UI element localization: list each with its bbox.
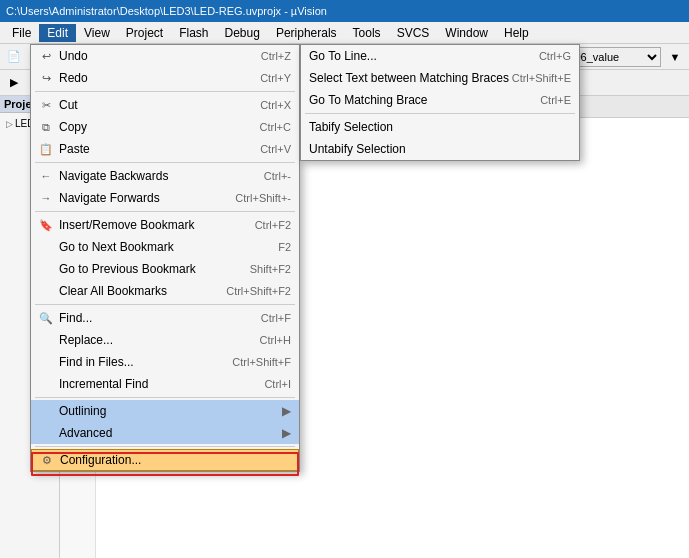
menu-tools[interactable]: Tools xyxy=(345,24,389,42)
menu-peripherals[interactable]: Peripherals xyxy=(268,24,345,42)
target-label: Target: xyxy=(503,51,537,63)
menu-project[interactable]: Project xyxy=(118,24,171,42)
cut-btn[interactable]: ✂ xyxy=(79,47,99,67)
debug-btn[interactable]: 🐛 xyxy=(260,47,280,67)
project-tree: ▷ LED3 xyxy=(0,113,59,134)
left-panel: Project ▷ LED3 xyxy=(0,96,60,558)
tb2-btn1[interactable]: ▶ xyxy=(4,73,24,93)
menu-edit[interactable]: Edit xyxy=(39,24,76,42)
target-select[interactable]: ad7606_value xyxy=(541,47,661,67)
menu-file[interactable]: File xyxy=(4,24,39,42)
tab-gpio-h-close[interactable]: ✕ xyxy=(168,105,176,115)
undo-btn[interactable]: ↩ xyxy=(154,47,174,67)
menu-svcs[interactable]: SVCS xyxy=(389,24,438,42)
open-btn[interactable]: 📂 xyxy=(26,47,46,67)
menu-bar: File Edit View Project Flash Debug Perip… xyxy=(0,22,689,44)
menu-debug[interactable]: Debug xyxy=(217,24,268,42)
sep4 xyxy=(254,48,255,66)
title-text: C:\Users\Administrator\Desktop\LED3\LED-… xyxy=(6,5,327,17)
sep1 xyxy=(73,48,74,66)
tree-label: LED3 xyxy=(15,118,40,129)
toolbar2: ▶ ⚑ 🔴 💚 🔷 📋 📌 xyxy=(0,70,689,96)
title-bar: C:\Users\Administrator\Desktop\LED3\LED-… xyxy=(0,0,689,22)
tb2-sep1 xyxy=(117,74,118,92)
tb2-btn2[interactable]: ⚑ xyxy=(26,73,46,93)
tb2-btn4[interactable]: 💚 xyxy=(70,73,90,93)
tree-root[interactable]: ▷ LED3 xyxy=(2,117,57,130)
tb2-btn6[interactable]: 📋 xyxy=(123,73,143,93)
sep3 xyxy=(201,48,202,66)
menu-view[interactable]: View xyxy=(76,24,118,42)
target-options-btn[interactable]: ▼ xyxy=(665,47,685,67)
tab-main-c[interactable]: main.c ✕ xyxy=(314,99,383,117)
copy-btn[interactable]: ⧉ xyxy=(101,47,121,67)
code-content: 1617181920212223242526272829303132333435… xyxy=(60,118,689,558)
project-header: Project xyxy=(0,96,59,113)
tb2-btn5[interactable]: 🔷 xyxy=(92,73,112,93)
tab-bar: stm32f4xx_gpio.h ✕ stm32f4xx_gpio.c ✕ ma… xyxy=(60,96,689,118)
toolbar1: 📄 📂 💾 ✂ ⧉ 📋 ↩ ↪ ⚙ 🔨 🐛 Target: ad7606_val… xyxy=(0,44,689,70)
code-area: stm32f4xx_gpio.h ✕ stm32f4xx_gpio.c ✕ ma… xyxy=(60,96,689,558)
line-numbers: 1617181920212223242526272829303132333435 xyxy=(60,118,96,558)
menu-window[interactable]: Window xyxy=(437,24,496,42)
rebuild-btn[interactable]: 🔨 xyxy=(229,47,249,67)
tree-arrow: ▷ xyxy=(6,119,13,129)
menu-flash[interactable]: Flash xyxy=(171,24,216,42)
tb2-btn7[interactable]: 📌 xyxy=(145,73,165,93)
menu-help[interactable]: Help xyxy=(496,24,537,42)
tab-main-c-close[interactable]: ✕ xyxy=(364,104,372,114)
sep2 xyxy=(148,48,149,66)
code-lines[interactable]: RCC_AHB1ENR |= (1<<7); /* PH10设置为输出 */ G… xyxy=(96,118,689,558)
redo-btn[interactable]: ↪ xyxy=(176,47,196,67)
tab-gpio-c-close[interactable]: ✕ xyxy=(293,105,301,115)
tb2-btn3[interactable]: 🔴 xyxy=(48,73,68,93)
save-btn[interactable]: 💾 xyxy=(48,47,68,67)
tab-gpio-h[interactable]: stm32f4xx_gpio.h ✕ xyxy=(64,100,187,117)
tab-gpio-c[interactable]: stm32f4xx_gpio.c ✕ xyxy=(189,100,312,117)
main-content: Project ▷ LED3 stm32f4xx_gpio.h ✕ stm32f… xyxy=(0,96,689,558)
paste-btn[interactable]: 📋 xyxy=(123,47,143,67)
new-btn[interactable]: 📄 xyxy=(4,47,24,67)
build-btn[interactable]: ⚙ xyxy=(207,47,227,67)
